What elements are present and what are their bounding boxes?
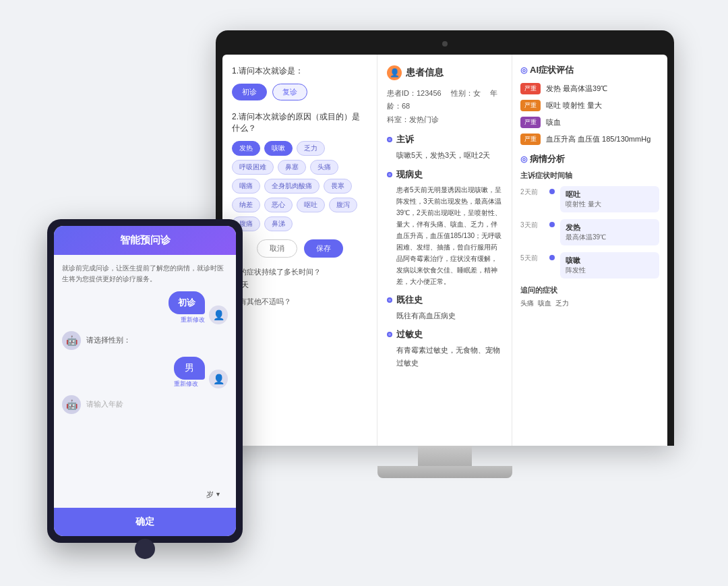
monitor-right-col: ◎ AI症状评估 严重 发热 最高体温39℃ 严重 呕吐 喷射性 量大 严重 咳… [512,55,667,446]
bubble-male: 男 [174,357,205,380]
chat-avatar-bot: 🤖 [62,331,81,350]
visit-type-group: 初诊 复诊 [232,84,367,100]
chat-bubble-male: 男 重新修改 👤 [62,357,228,388]
timeline-content: 发热 最高体温39℃ [560,219,659,245]
symptom-tag[interactable]: 咽痛 [232,179,260,194]
chief-complaint-title: 主诉 [387,134,502,146]
monitor-camera-bar [222,37,667,51]
section-dot [387,297,392,303]
symptom-tag[interactable]: 咳嗽 [264,141,293,156]
ai-title: ◎ AI症状评估 [520,64,659,76]
chat-gender-question: 🤖 请选择性别： [62,331,228,350]
symptom-tag[interactable]: 鼻塞 [278,160,306,175]
tablet-inner: 智能预问诊 就诊前完成问诊，让医生提前了解您的病情，就诊时医生将为您提供更好的诊… [54,226,236,536]
action-buttons: 取消 保存 [232,239,367,258]
bubble-content: 初诊 重新修改 [169,291,205,324]
timeline-content: 咳嗽 阵发性 [560,252,659,279]
monitor-screen: 1.请问本次就诊是： 初诊 复诊 2.请问本次就诊的原因（或目的）是什么？ 发热… [222,55,667,446]
revisit-btn[interactable]: 复诊 [272,84,307,100]
past-history-title: 既往史 [387,294,502,306]
monitor-middle-col: 👤 患者信息 患者ID：123456 性别：女 年龄：68 科室：发热门诊 主诉… [377,55,512,446]
symptom-tag[interactable]: 呼吸困难 [232,160,274,175]
analysis-title: ◎ 病情分析 [520,153,659,165]
followup-title: 追问的症状 [520,285,659,295]
bubble-edit-male[interactable]: 重新修改 [174,380,205,388]
symptom-tag[interactable]: 呕吐 [297,198,325,212]
age-unit-row: 岁 ▼ [62,490,228,500]
tablet-home-button[interactable] [135,539,155,559]
tablet-intro: 就诊前完成问诊，让医生提前了解您的病情，就诊时医生将为您提供更好的诊疗服务。 [62,263,228,285]
patient-icon: 👤 [387,65,402,80]
chat-bubble-first-visit: 初诊 重新修改 👤 [62,291,228,324]
symptom-tag[interactable]: 发热 [232,141,260,156]
monitor-neck [418,446,472,466]
q3-answer: 2天 [232,280,367,290]
timeline-item: 3天前 发热 最高体温39℃ [520,219,659,245]
followup-tag: 咳血 [538,299,551,308]
past-history-content: 既往有高血压病史 [387,310,502,322]
chat-avatar-right2: 👤 [209,370,228,388]
save-button[interactable]: 保存 [304,239,343,258]
followup-tag: 头痛 [520,299,534,308]
symptom-blood: 咳血 [546,117,561,127]
patient-info-title: 患者信息 [406,67,444,79]
patient-id-label: 患者ID：123456 [387,89,449,97]
present-illness-title: 现病史 [387,169,502,181]
timeline-time: 2天前 [520,186,544,197]
timeline-event-name: 发热 [566,223,654,233]
scene: 1.请问本次就诊是： 初诊 复诊 2.请问本次就诊的原因（或目的）是什么？ 发热… [34,17,694,570]
monitor-left-col: 1.请问本次就诊是： 初诊 复诊 2.请问本次就诊的原因（或目的）是什么？ 发热… [222,55,377,446]
ai-symptom-card: 严重 呕吐 喷射性 量大 [520,100,659,111]
question2-label: 2.请问本次就诊的原因（或目的）是什么？ [232,111,367,134]
gender-question-text: 请选择性别： [86,335,131,345]
symptom-tag[interactable]: 恶心 [264,198,293,212]
followup-tags: 头痛 咳血 乏力 [520,299,659,308]
timeline-item: 5天前 咳嗽 阵发性 [520,252,659,279]
patient-info-header: 👤 患者信息 [387,65,502,80]
chief-complaint-content: 咳嗽5天，发热3天，呕吐2天 [387,149,502,162]
timeline-item: 2天前 呕吐 喷射性 量大 [520,186,659,212]
first-visit-btn[interactable]: 初诊 [232,84,267,100]
symptom-tag[interactable]: 乏力 [297,141,325,156]
chat-avatar-right: 👤 [209,305,228,324]
timeline-dot [549,189,555,194]
confirm-button[interactable]: 确定 [62,516,228,528]
severity-badge-bp: 严重 [520,134,541,145]
symptom-tag[interactable]: 全身肌肉酸痛 [264,179,320,194]
bubble-male-content: 男 重新修改 [174,357,205,388]
symptom-tag[interactable]: 头痛 [310,160,338,175]
patient-meta: 患者ID：123456 性别：女 年龄：68 科室：发热门诊 [387,87,502,127]
ai-symptom-card: 严重 发热 最高体温39℃ [520,83,659,94]
tablet-body: 就诊前完成问诊，让医生提前了解您的病情，就诊时医生将为您提供更好的诊疗服务。 初… [54,255,236,508]
symptom-tag[interactable]: 鼻涕 [264,216,293,231]
chat-avatar-bot2: 🤖 [62,395,81,414]
tablet-footer[interactable]: 确定 [54,508,236,536]
bubble-edit-first[interactable]: 重新修改 [181,316,205,324]
tablet-header: 智能预问诊 [54,226,236,255]
q3-label: 您的症状持续了多长时间？ [232,267,367,277]
section-dot [387,137,392,142]
severity-badge-red: 严重 [520,83,541,94]
ai-icon: ◎ [520,65,527,75]
age-placeholder[interactable]: 请输入年龄 [86,399,123,409]
monitor-base [377,466,512,478]
timeline-event-detail: 喷射性 量大 [566,200,654,209]
monitor-screen-wrapper: 1.请问本次就诊是： 初诊 复诊 2.请问本次就诊的原因（或目的）是什么？ 发热… [216,30,674,446]
q4-label: 还有其他不适吗？ [232,297,367,307]
symptom-tag[interactable]: 纳差 [232,198,260,212]
timeline-time: 3天前 [520,219,544,230]
tablet-title: 智能预问诊 [62,234,228,247]
allergy-title: 过敏史 [387,328,502,341]
symptom-tag[interactable]: 畏寒 [324,179,352,194]
gender-label: 性别：女 [451,89,488,97]
timeline-time: 5天前 [520,252,544,263]
symptom-vomit: 呕吐 喷射性 量大 [546,100,602,111]
dept-label: 科室：发热门诊 [387,115,439,123]
bubble-first-visit: 初诊 [169,291,205,314]
section-dot [387,332,392,337]
severity-badge-orange: 严重 [520,100,541,111]
cancel-button[interactable]: 取消 [257,239,297,258]
ai-symptom-card: 严重 血压升高 血压值 185/130mmHg [520,134,659,145]
age-input-row: 请输入年龄 [86,399,123,409]
symptom-tag[interactable]: 腹泻 [329,198,357,212]
